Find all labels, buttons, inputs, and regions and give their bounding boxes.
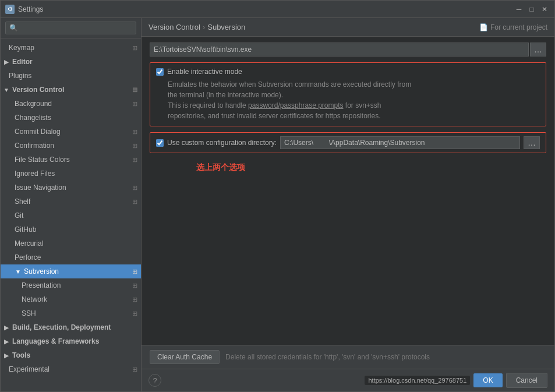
sidebar-item-ignored-files[interactable]: Ignored Files: [1, 167, 141, 181]
svn-exe-browse-button[interactable]: …: [530, 43, 546, 56]
sidebar-item-label: Perforce: [15, 253, 41, 262]
footer-desc: Delete all stored credentials for 'http'…: [225, 353, 430, 361]
enable-interactive-row: Enable interactive mode: [156, 68, 540, 76]
sidebar-item-tools[interactable]: ▶ Tools: [1, 348, 141, 362]
sidebar-item-plugins[interactable]: Plugins: [1, 69, 141, 83]
sidebar-item-label: Keymap: [9, 44, 34, 52]
svn-exe-input[interactable]: [150, 43, 529, 56]
settings-icon: ⊞: [132, 296, 137, 303]
sidebar-item-languages-frameworks[interactable]: ▶ Languages & Frameworks: [1, 334, 141, 348]
settings-icon: ⊞: [132, 86, 137, 94]
ok-button[interactable]: OK: [473, 373, 502, 387]
breadcrumb-sep: ›: [203, 23, 205, 31]
sidebar-item-label: GitHub: [15, 225, 36, 234]
main-panel: Version Control › Subversion 📄 For curre…: [142, 18, 554, 391]
expand-arrow-icon: ▼: [3, 86, 10, 93]
settings-icon: ⊞: [132, 128, 137, 136]
sidebar-item-label: Subversion: [24, 267, 59, 276]
settings-window: ⚙ Settings ─ □ ✕ Keymap ⊞ ▶: [0, 0, 555, 392]
sidebar-item-label: Plugins: [9, 72, 31, 80]
sidebar-item-mercurial[interactable]: Mercurial: [1, 236, 141, 250]
settings-icon: ⊞: [132, 282, 137, 289]
interactive-mode-box: Enable interactive mode Emulates the beh…: [150, 62, 546, 126]
sidebar-item-experimental[interactable]: Experimental ⊞: [1, 362, 141, 376]
sidebar-item-editor[interactable]: ▶ Editor: [1, 55, 141, 69]
custom-config-box: Use custom configuration directory: …: [150, 132, 546, 153]
sidebar-item-commit-dialog[interactable]: Commit Dialog ⊞: [1, 125, 141, 139]
enable-interactive-checkbox[interactable]: [156, 68, 164, 76]
sidebar-item-file-status-colors[interactable]: File Status Colors ⊞: [1, 153, 141, 167]
project-icon: 📄: [479, 23, 488, 31]
search-input[interactable]: [5, 22, 136, 34]
expand-arrow-icon: ▼: [15, 268, 22, 275]
sidebar-item-label: Git: [15, 211, 23, 220]
desc-line3-suffix: for svn+ssh: [344, 101, 381, 110]
desc-line3-underline: password/passphrase prompts: [248, 101, 343, 110]
close-button[interactable]: ✕: [539, 4, 550, 15]
use-custom-config-label: Use custom configuration directory:: [167, 139, 277, 147]
sidebar-item-label: File Status Colors: [15, 156, 70, 164]
sidebar-item-perforce[interactable]: Perforce: [1, 250, 141, 264]
for-current-project-label: For current project: [490, 23, 547, 31]
maximize-button[interactable]: □: [526, 4, 537, 15]
sidebar-item-changelists[interactable]: Changelists: [1, 111, 141, 125]
sidebar-item-label: Confirmation: [15, 142, 54, 150]
main-content: Keymap ⊞ ▶ Editor Plugins ▼ Version Cont…: [1, 18, 554, 391]
expand-arrow-icon: ▶: [3, 324, 10, 331]
sidebar-item-label: Issue Navigation: [15, 183, 66, 192]
for-current-project[interactable]: 📄 For current project: [479, 23, 547, 31]
sidebar-item-presentation[interactable]: Presentation ⊞: [1, 278, 141, 292]
sidebar: Keymap ⊞ ▶ Editor Plugins ▼ Version Cont…: [1, 18, 142, 391]
sidebar-item-label: Build, Execution, Deployment: [12, 323, 111, 331]
config-dir-input[interactable]: [280, 136, 520, 149]
settings-icon: ⊞: [132, 184, 137, 192]
expand-arrow-icon: ▶: [3, 58, 10, 65]
panel-content: … Enable interactive mode Emulates the b…: [142, 37, 554, 345]
sidebar-item-confirmation[interactable]: Confirmation ⊞: [1, 139, 141, 153]
search-box: [1, 18, 141, 38]
config-browse-button[interactable]: …: [524, 136, 540, 149]
settings-icon: ⊞: [132, 100, 137, 108]
sidebar-item-subversion[interactable]: ▼ Subversion ⊞: [1, 264, 141, 278]
sidebar-item-github[interactable]: GitHub: [1, 223, 141, 236]
sidebar-item-label: Network: [22, 295, 47, 303]
settings-icon: ⊞: [132, 142, 137, 150]
help-button[interactable]: ?: [149, 374, 161, 387]
settings-icon: ⊞: [132, 156, 137, 164]
settings-icon: ⊞: [132, 366, 137, 373]
bottom-bar: ? https://blog.csdn.net/qq_29768751 OK C…: [142, 369, 554, 391]
breadcrumb-part1: Version Control: [149, 23, 200, 31]
interactive-mode-desc: Emulates the behavior when Subversion co…: [156, 79, 540, 121]
desc-line4: repositories, and trust invalid server c…: [168, 112, 380, 120]
annotation-text: 选上两个选项: [196, 163, 546, 173]
use-custom-config-checkbox[interactable]: [156, 139, 164, 147]
window-title: Settings: [18, 5, 43, 13]
sidebar-item-label: Presentation: [22, 281, 61, 289]
titlebar: ⚙ Settings ─ □ ✕: [1, 1, 554, 18]
sidebar-item-label: Tools: [12, 351, 30, 359]
settings-icon: ⊞: [132, 44, 137, 52]
sidebar-item-issue-navigation[interactable]: Issue Navigation ⊞: [1, 181, 141, 195]
sidebar-item-network[interactable]: Network ⊞: [1, 292, 141, 306]
breadcrumb-part2: Subversion: [207, 23, 245, 31]
sidebar-item-keymap[interactable]: Keymap ⊞: [1, 41, 141, 55]
clear-auth-cache-button[interactable]: Clear Auth Cache: [150, 350, 220, 364]
desc-line2: the terminal (in the interactive mode).: [168, 91, 283, 99]
sidebar-item-build-execution[interactable]: ▶ Build, Execution, Deployment: [1, 320, 141, 334]
app-icon: ⚙: [5, 5, 15, 14]
titlebar-left: ⚙ Settings: [5, 5, 43, 14]
panel-header: Version Control › Subversion 📄 For curre…: [142, 18, 554, 37]
sidebar-item-ssh[interactable]: SSH ⊞: [1, 306, 141, 320]
minimize-button[interactable]: ─: [514, 4, 524, 15]
sidebar-item-git[interactable]: Git: [1, 209, 141, 223]
desc-line3-prefix: This is required to handle: [168, 101, 248, 110]
action-buttons: https://blog.csdn.net/qq_29768751 OK Can…: [365, 373, 547, 388]
expand-arrow-icon: ▶: [3, 352, 10, 359]
sidebar-item-shelf[interactable]: Shelf ⊞: [1, 195, 141, 209]
sidebar-item-label: Editor: [12, 58, 33, 66]
sidebar-item-version-control[interactable]: ▼ Version Control ⊞: [1, 83, 141, 97]
sidebar-item-background[interactable]: Background ⊞: [1, 97, 141, 111]
settings-icon: ⊞: [132, 268, 137, 276]
cancel-button[interactable]: Cancel: [506, 373, 547, 388]
sidebar-item-label: Ignored Files: [15, 169, 55, 178]
